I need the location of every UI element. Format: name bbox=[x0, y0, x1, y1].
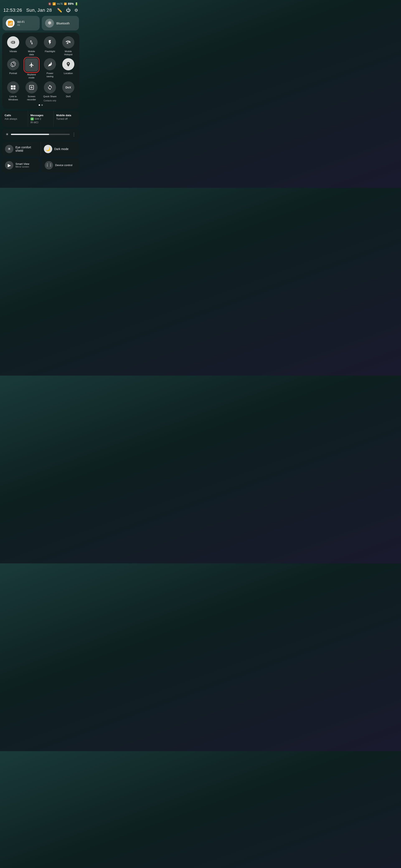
flashlight-btn[interactable] bbox=[44, 36, 56, 49]
tile-power-saving[interactable]: Powersaving bbox=[41, 58, 58, 79]
link-windows-btn[interactable] bbox=[7, 82, 19, 93]
svg-rect-2 bbox=[11, 88, 13, 90]
bluetooth-label: Bluetooth bbox=[56, 22, 69, 25]
quick-share-label: Quick Share bbox=[43, 95, 56, 98]
pagination-dots bbox=[5, 104, 77, 106]
mobile-data-cell[interactable]: Mobile data Turned off bbox=[54, 111, 79, 127]
portrait-btn[interactable] bbox=[7, 58, 19, 70]
device-control-icon: ⋮⋮ bbox=[46, 163, 52, 167]
tile-link-windows[interactable]: Link toWindows bbox=[5, 82, 22, 102]
tile-vibrate[interactable]: Vibrate bbox=[5, 36, 22, 56]
smart-view-tile[interactable]: ▶ Smart View Mirror screen bbox=[2, 158, 40, 172]
dark-mode-label: Dark mode bbox=[54, 147, 68, 151]
portrait-label: Portrait bbox=[9, 72, 17, 75]
svg-rect-3 bbox=[13, 88, 16, 90]
quick-share-btn[interactable] bbox=[44, 82, 56, 93]
smart-view-icon: ▶ bbox=[8, 163, 11, 168]
eye-comfort-cell[interactable]: ☀ Eye comfort shield bbox=[2, 142, 41, 156]
brightness-row[interactable]: ☀ ⋮ bbox=[2, 129, 79, 140]
tiles-grid: Vibrate Mobiledata Flashlight MobileHots… bbox=[5, 36, 77, 102]
sim-number-badge: 2 bbox=[30, 118, 34, 120]
device-control-tile[interactable]: ⋮⋮ Device control bbox=[42, 158, 79, 172]
volte-icon: VoLTE bbox=[57, 3, 63, 5]
time: 12:53:26 bbox=[3, 7, 22, 13]
screen-recorder-btn[interactable] bbox=[26, 82, 37, 93]
bluetooth-tile[interactable]: ✱ Bluetooth bbox=[42, 16, 79, 30]
wifi-icon: 📶 bbox=[8, 21, 13, 26]
bottom-tiles: ▶ Smart View Mirror screen ⋮⋮ Device con… bbox=[0, 158, 82, 176]
header-icons: ✏️ ⏻ ⚙ bbox=[57, 7, 78, 13]
calls-cell[interactable]: Calls Ask always bbox=[2, 111, 28, 127]
calls-label: Calls bbox=[5, 114, 25, 117]
edit-icon[interactable]: ✏️ bbox=[57, 8, 62, 13]
smart-view-icon-circle: ▶ bbox=[5, 161, 13, 169]
mobile-hotspot-btn[interactable] bbox=[62, 36, 74, 49]
location-label: Location bbox=[64, 72, 73, 75]
airplane-mode-btn[interactable] bbox=[25, 58, 38, 71]
tile-mobile-hotspot[interactable]: MobileHotspot bbox=[60, 36, 77, 56]
device-control-icon-circle: ⋮⋮ bbox=[45, 161, 53, 169]
sim-row: Calls Ask always Messages 2 SIM 2 IR-MCI… bbox=[2, 111, 79, 127]
brightness-fill bbox=[11, 134, 49, 135]
mute-icon: 🔇 bbox=[48, 2, 51, 5]
airplane-mode-label: Airplanemode bbox=[27, 73, 36, 79]
bluetooth-icon-circle: ✱ bbox=[45, 19, 54, 28]
tile-airplane-mode[interactable]: Airplanemode bbox=[23, 58, 40, 79]
settings-icon[interactable]: ⚙ bbox=[74, 8, 78, 13]
mobile-data-value: Turned off bbox=[56, 118, 77, 120]
dot-2 bbox=[41, 104, 43, 106]
battery-icon: 🔋 bbox=[75, 2, 78, 5]
calls-value: Ask always bbox=[5, 118, 25, 120]
brightness-slider[interactable] bbox=[11, 134, 70, 135]
mobile-data-label: Mobiledata bbox=[28, 50, 35, 56]
signal-icon: 📶 bbox=[64, 2, 67, 5]
tile-dex[interactable]: DeX DeX bbox=[60, 82, 77, 102]
power-icon[interactable]: ⏻ bbox=[66, 7, 70, 13]
top-tiles: 📶 Wi-Fi Ali ✱ Bluetooth bbox=[0, 16, 82, 33]
messages-label: Messages bbox=[30, 114, 51, 117]
time-date: 12:53:26 Sun, Jan 28 bbox=[3, 7, 52, 13]
wifi-sublabel: Ali bbox=[17, 24, 24, 27]
device-control-label: Device control bbox=[55, 163, 72, 167]
screen-recorder-label: Screenrecorder bbox=[27, 95, 36, 101]
svg-rect-0 bbox=[11, 85, 13, 87]
tile-flashlight[interactable]: Flashlight bbox=[41, 36, 58, 56]
sim-name: SIM 2 bbox=[35, 118, 41, 120]
svg-rect-4 bbox=[29, 85, 34, 90]
wifi-label: Wi-Fi bbox=[17, 20, 24, 24]
messages-cell[interactable]: Messages 2 SIM 2 IR-MCI bbox=[28, 111, 54, 127]
dot-1 bbox=[39, 104, 40, 106]
wifi-icon-circle: 📶 bbox=[6, 19, 15, 28]
tile-mobile-data[interactable]: Mobiledata bbox=[23, 36, 40, 56]
flashlight-label: Flashlight bbox=[45, 50, 55, 53]
dark-mode-cell[interactable]: 🌙 Dark mode bbox=[41, 142, 80, 156]
power-saving-label: Powersaving bbox=[46, 72, 53, 78]
tiles-container: Vibrate Mobiledata Flashlight MobileHots… bbox=[2, 33, 79, 109]
comfort-row: ☀ Eye comfort shield 🌙 Dark mode bbox=[2, 142, 79, 156]
dex-btn[interactable]: DeX bbox=[62, 82, 74, 93]
wifi-tile[interactable]: 📶 Wi-Fi Ali bbox=[2, 16, 40, 30]
svg-point-5 bbox=[31, 87, 32, 88]
date: Sun, Jan 28 bbox=[26, 7, 52, 13]
dark-mode-icon-circle: 🌙 bbox=[44, 145, 52, 153]
brightness-more-icon[interactable]: ⋮ bbox=[72, 132, 76, 137]
eye-comfort-label: Eye comfort shield bbox=[16, 146, 38, 152]
tile-location[interactable]: Location bbox=[60, 58, 77, 79]
brightness-icon: ☀ bbox=[5, 132, 9, 137]
battery-percentage: 89% bbox=[68, 2, 74, 5]
location-btn[interactable] bbox=[62, 58, 74, 70]
tile-quick-share[interactable]: Quick Share Contacts only bbox=[41, 82, 58, 102]
mobile-data-btn[interactable] bbox=[26, 36, 37, 49]
status-icons: 🔇 📶 VoLTE 📶 89% 🔋 bbox=[48, 2, 78, 5]
tile-screen-recorder[interactable]: Screenrecorder bbox=[23, 82, 40, 102]
mobile-data-label: Mobile data bbox=[56, 114, 77, 117]
wifi-status-icon: 📶 bbox=[52, 2, 56, 5]
vibrate-btn[interactable] bbox=[7, 36, 19, 49]
mobile-hotspot-label: MobileHotspot bbox=[64, 50, 73, 56]
smart-view-sublabel: Mirror screen bbox=[16, 165, 29, 168]
dark-mode-icon: 🌙 bbox=[46, 147, 50, 151]
tile-portrait[interactable]: Portrait bbox=[5, 58, 22, 79]
vibrate-label: Vibrate bbox=[9, 50, 17, 53]
power-saving-btn[interactable] bbox=[44, 58, 56, 70]
dex-label: DeX bbox=[66, 95, 70, 98]
